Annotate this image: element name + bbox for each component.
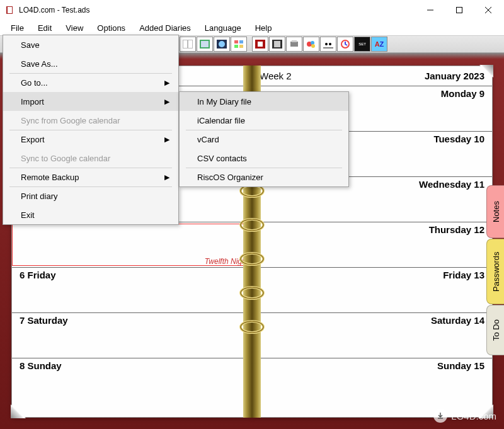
day-row-right-6[interactable]: Sunday 15: [252, 358, 492, 404]
svg-point-12: [219, 41, 225, 47]
svg-point-26: [311, 44, 315, 48]
toolbar-icon-11[interactable]: SET: [354, 37, 370, 52]
menu-file[interactable]: File: [4, 21, 31, 35]
day-row-left-5[interactable]: 7 Saturday: [12, 313, 252, 358]
svg-rect-3: [457, 8, 462, 13]
toolbar-icon-10[interactable]: [337, 37, 353, 52]
import-vcard[interactable]: vCard: [180, 130, 348, 149]
svg-rect-17: [239, 45, 243, 48]
svg-point-39: [241, 253, 263, 265]
titlebar: LO4D.com - Test.ads: [0, 0, 504, 20]
day-row-left-6[interactable]: 8 Sunday: [12, 358, 252, 404]
menu-added-diaries[interactable]: Added Diaries: [132, 21, 198, 35]
day-row-right-5[interactable]: Saturday 14: [252, 313, 492, 358]
import-icalendar[interactable]: iCalendar file: [180, 111, 348, 130]
close-button[interactable]: [474, 1, 503, 20]
toolbar-icon-3[interactable]: [214, 37, 230, 52]
svg-rect-16: [234, 45, 238, 48]
svg-point-37: [241, 219, 263, 231]
svg-rect-8: [188, 40, 192, 48]
day-row-right-3[interactable]: Thursday 12: [252, 222, 492, 268]
menu-language[interactable]: Language: [198, 21, 248, 35]
day-row-left-3[interactable]: Twelfth Night: [12, 222, 252, 268]
ring-icon: [239, 251, 265, 266]
svg-rect-20: [274, 41, 280, 47]
menu-options[interactable]: Options: [90, 21, 132, 35]
app-icon: [5, 5, 15, 15]
menu-remote-backup[interactable]: Remote Backup▶: [3, 168, 178, 186]
menu-export[interactable]: Export▶: [3, 130, 178, 149]
menu-help[interactable]: Help: [248, 21, 279, 35]
chevron-right-icon: ▶: [164, 135, 169, 144]
menu-import[interactable]: Import▶: [3, 92, 178, 111]
import-submenu: In My Diary file iCalendar file vCard CS…: [179, 91, 349, 187]
download-icon: [433, 409, 447, 423]
import-csv-contacts[interactable]: CSV contacts: [180, 149, 348, 168]
file-menu-dropdown: Save Save As... Go to...▶ Import▶ Sync f…: [3, 35, 179, 225]
toolbar-icon-az[interactable]: AZ: [371, 37, 387, 52]
svg-rect-27: [323, 40, 333, 49]
svg-point-25: [311, 41, 314, 45]
ring-icon: [239, 217, 265, 232]
svg-point-41: [241, 287, 263, 299]
chevron-right-icon: ▶: [164, 79, 169, 87]
toolbar-icon-1[interactable]: [180, 37, 196, 52]
svg-rect-23: [292, 40, 297, 42]
menubar: File Edit View Options Added Diaries Lan…: [0, 20, 504, 35]
tab-passwords[interactable]: Passwords: [486, 239, 504, 304]
menu-view[interactable]: View: [59, 21, 90, 35]
svg-rect-10: [201, 41, 209, 47]
toolbar-icon-7[interactable]: [286, 37, 302, 52]
toolbar-icon-4[interactable]: [231, 37, 247, 52]
tab-todo[interactable]: To Do: [486, 305, 504, 355]
menu-go-to[interactable]: Go to...▶: [3, 73, 178, 92]
svg-point-28: [325, 43, 328, 45]
import-riscos[interactable]: RiscOS Organizer: [180, 168, 348, 186]
toolbar-icon-6[interactable]: [269, 37, 285, 52]
svg-rect-1: [8, 7, 12, 13]
menu-save[interactable]: Save: [3, 35, 178, 54]
toolbar-icon-8[interactable]: [303, 37, 319, 52]
minimize-button[interactable]: [416, 1, 445, 20]
ring-icon: [239, 285, 265, 300]
maximize-button[interactable]: [445, 1, 474, 20]
right-month-label: January 2023: [425, 71, 484, 81]
menu-exit[interactable]: Exit: [3, 205, 178, 224]
day-row-right-4[interactable]: Friday 13: [252, 268, 492, 313]
chevron-right-icon: ▶: [164, 98, 169, 106]
menu-sync-to-google: Sync to Google calendar: [3, 149, 178, 168]
tab-notes[interactable]: Notes: [486, 185, 504, 238]
svg-rect-14: [234, 40, 238, 43]
chevron-right-icon: ▶: [164, 173, 169, 181]
toolbar-icon-9[interactable]: [320, 37, 336, 52]
side-tabs: Notes Passwords To Do: [486, 185, 504, 355]
watermark: LO4D.com: [433, 409, 496, 423]
import-in-my-diary[interactable]: In My Diary file: [180, 92, 348, 111]
window-title: LO4D.com - Test.ads: [19, 6, 416, 14]
svg-point-43: [241, 321, 263, 333]
svg-rect-22: [290, 42, 298, 47]
menu-save-as[interactable]: Save As...: [3, 54, 178, 73]
ring-icon: [239, 319, 265, 335]
svg-rect-7: [183, 40, 187, 48]
right-week-label: Week 2: [260, 71, 292, 81]
watermark-text: LO4D.com: [451, 411, 496, 421]
toolbar-icon-5[interactable]: [252, 37, 268, 52]
svg-point-29: [329, 43, 331, 45]
menu-print-diary[interactable]: Print diary: [3, 186, 178, 205]
svg-rect-15: [239, 40, 243, 43]
day-row-left-4[interactable]: 6 Friday: [12, 268, 252, 313]
toolbar-icon-2[interactable]: [197, 37, 213, 52]
menu-sync-from-google: Sync from Google calendar: [3, 111, 178, 130]
menu-edit[interactable]: Edit: [31, 21, 59, 35]
